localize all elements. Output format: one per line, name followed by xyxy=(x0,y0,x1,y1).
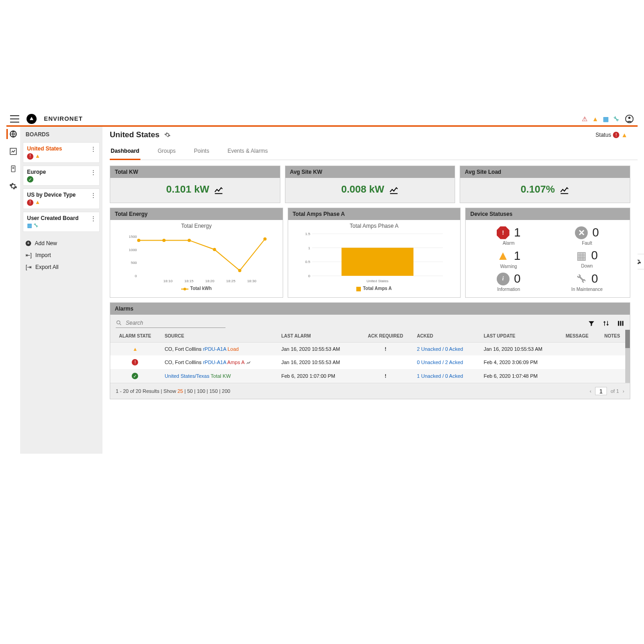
filter-icon[interactable] xyxy=(588,320,595,327)
svg-point-20 xyxy=(238,269,242,272)
column-header[interactable]: LAST ALARM xyxy=(277,330,359,343)
pager-next-icon[interactable]: › xyxy=(623,388,624,394)
status-label: Alarm xyxy=(503,241,515,246)
sort-icon[interactable] xyxy=(602,320,610,327)
svg-text:0: 0 xyxy=(308,274,311,278)
source-link[interactable]: rPDU-A1A xyxy=(203,346,226,352)
kpi-card: Total KW0.101 kW xyxy=(110,166,280,203)
device-status-alarm[interactable]: !1Alarm xyxy=(475,225,542,246)
board-menu-icon[interactable]: ⋮ xyxy=(90,145,97,153)
page-size-option[interactable]: 150 xyxy=(209,388,218,394)
board-settings-icon[interactable] xyxy=(164,132,171,138)
column-header[interactable]: LAST UPDATE xyxy=(479,330,561,343)
page-size-option[interactable]: 200 xyxy=(222,388,230,394)
maintenance-icon[interactable]: 🔧︎ xyxy=(613,115,619,123)
status-count: 1 xyxy=(514,225,521,240)
column-header[interactable]: ACKED xyxy=(413,330,479,343)
device-status-down[interactable]: ▦0Down xyxy=(553,248,621,269)
pager-page-input[interactable] xyxy=(595,387,607,395)
tab-dashboard[interactable]: Dashboard xyxy=(110,148,140,160)
table-row[interactable]: ✓United States/Texas Total KWFeb 6, 2020… xyxy=(110,369,630,383)
board-status-icons: ▦ 🔧︎ xyxy=(27,222,96,229)
svg-text:18:25: 18:25 xyxy=(226,279,236,283)
global-status-icons: ⚠︎ ▲ ▦ 🔧︎ xyxy=(579,115,619,123)
board-card[interactable]: United States! ▲⋮ xyxy=(23,142,100,163)
board-card[interactable]: Europe✓⋮ xyxy=(23,166,100,186)
table-row[interactable]: ▲CO, Fort Colllins rPDU-A1A LoadJan 16, … xyxy=(110,343,630,356)
table-row[interactable]: !CO, Fort Colllins rPDU-A1A Amps A Jan 1… xyxy=(110,355,630,369)
pager-summary: 1 - 20 of 20 Results | Show 25 | 50 | 10… xyxy=(116,388,230,394)
import-label: Import xyxy=(35,252,51,258)
alarms-table: ALARM STATESOURCELAST ALARMACK REQUIREDA… xyxy=(110,330,630,383)
total-energy-card: Total Energy Total Energy 05001000150018… xyxy=(110,208,283,298)
svg-rect-35 xyxy=(622,321,623,326)
status-count: 0 xyxy=(591,272,598,286)
column-header[interactable]: ACK REQUIRED xyxy=(359,330,412,343)
device-status-maint[interactable]: 🔧︎0In Maintenance xyxy=(553,272,621,292)
kpi-title: Total KW xyxy=(110,166,280,178)
trend-icon[interactable] xyxy=(559,187,569,197)
export-all-button[interactable]: [⇥Export All xyxy=(26,261,97,273)
warning-icon[interactable]: ▲ xyxy=(592,115,598,123)
column-header[interactable]: MESSAGE xyxy=(561,330,600,343)
svg-point-18 xyxy=(188,239,191,242)
svg-rect-33 xyxy=(618,321,619,326)
device-status-warning[interactable]: ▲1Warning xyxy=(475,248,542,269)
brand-logo-icon xyxy=(27,114,37,124)
board-menu-icon[interactable]: ⋮ xyxy=(90,169,97,176)
alarm-state-icon: ▲ xyxy=(110,343,160,356)
add-new-button[interactable]: +Add New xyxy=(26,237,97,249)
board-card[interactable]: User Created Board▦ 🔧︎⋮ xyxy=(23,212,100,232)
import-icon: ⇤] xyxy=(26,252,32,258)
card-title: Total Energy xyxy=(110,208,283,220)
rail-globe-icon[interactable] xyxy=(9,129,18,139)
user-account-icon[interactable] xyxy=(625,114,634,123)
device-status-fault[interactable]: ✕0Fault xyxy=(553,225,621,246)
svg-text:500: 500 xyxy=(131,261,137,265)
alarm-search[interactable] xyxy=(116,318,225,328)
table-scrollbar[interactable] xyxy=(625,330,630,383)
page-size-option[interactable]: 50 xyxy=(187,388,193,394)
menu-toggle-icon[interactable] xyxy=(10,115,19,123)
column-header[interactable]: SOURCE xyxy=(160,330,277,343)
svg-text:0.5: 0.5 xyxy=(305,260,311,264)
alarm-state-icon: ✓ xyxy=(110,369,160,383)
device-status-info[interactable]: i0Information xyxy=(475,272,542,292)
search-input[interactable] xyxy=(125,319,216,327)
source-link[interactable]: United States/Texas xyxy=(165,373,209,379)
columns-icon[interactable] xyxy=(617,320,624,327)
message xyxy=(561,343,600,356)
legend-label: Total kWh xyxy=(190,286,212,291)
acked-link[interactable]: 1 Unacked / 0 Acked xyxy=(413,369,479,383)
status-count: 0 xyxy=(514,272,521,286)
source-link[interactable]: rPDU-A1A xyxy=(203,360,226,365)
acked-link[interactable]: 0 Unacked / 2 Acked xyxy=(413,355,479,369)
trend-icon[interactable] xyxy=(389,187,399,197)
acked-link[interactable]: 2 Unacked / 0 Acked xyxy=(413,343,479,356)
message xyxy=(561,369,600,383)
main-tabs: DashboardGroupsPointsEvents & Alarms xyxy=(110,148,638,160)
tab-points[interactable]: Points xyxy=(193,148,210,160)
board-card[interactable]: US by Device Type! ▲⋮ xyxy=(23,188,100,209)
network-icon[interactable]: ▦ xyxy=(603,115,609,123)
rail-chart-icon[interactable] xyxy=(9,147,18,156)
page-size-option[interactable]: 100 xyxy=(197,388,205,394)
rail-settings-icon[interactable] xyxy=(9,182,18,191)
rail-device-icon[interactable] xyxy=(9,164,18,173)
board-menu-icon[interactable]: ⋮ xyxy=(90,215,97,222)
trend-icon[interactable] xyxy=(214,187,224,197)
svg-text:18:20: 18:20 xyxy=(205,279,215,283)
board-menu-icon[interactable]: ⋮ xyxy=(90,192,97,199)
bar-chart: 00.511.5United States xyxy=(292,231,457,286)
tab-events-alarms[interactable]: Events & Alarms xyxy=(226,148,268,160)
pager-prev-icon[interactable]: ‹ xyxy=(590,388,591,394)
pager-of-label: of 1 xyxy=(611,388,619,394)
page-size-option[interactable]: 25 xyxy=(177,388,183,394)
alert-icon[interactable]: ⚠︎ xyxy=(582,115,588,123)
alarms-card: Alarms ALARM STAT xyxy=(110,302,630,399)
legend-label: Total Amps A xyxy=(363,286,392,291)
ack-required xyxy=(359,355,412,369)
column-header[interactable]: ALARM STATE xyxy=(110,330,160,343)
tab-groups[interactable]: Groups xyxy=(157,148,177,160)
import-button[interactable]: ⇤]Import xyxy=(26,249,97,261)
